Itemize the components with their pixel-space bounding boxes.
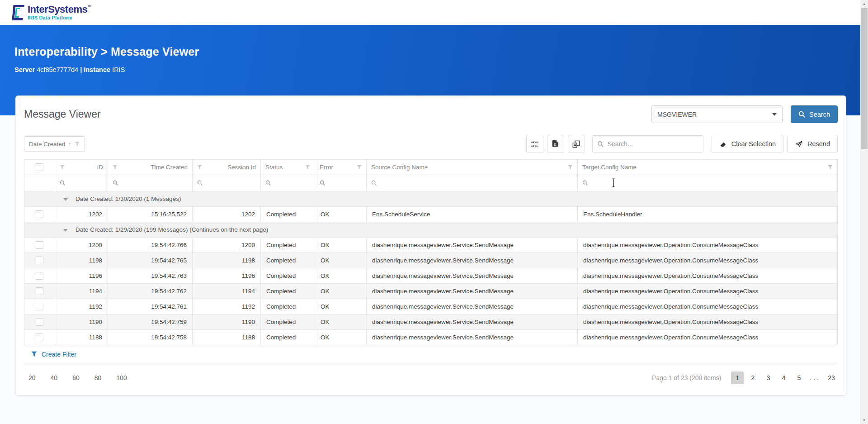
create-filter-link[interactable]: Create Filter: [24, 345, 838, 363]
row-checkbox[interactable]: [36, 257, 43, 264]
cell-source: diashenrique.messageviewer.Service.SendM…: [367, 268, 578, 284]
row-checkbox[interactable]: [36, 272, 43, 280]
message-row[interactable]: 119219:54:42.7611192CompletedOKdiashenri…: [24, 299, 838, 314]
message-row[interactable]: 120019:54:42.7661200CompletedOKdiashenri…: [24, 238, 838, 253]
cell-session: 1188: [193, 330, 261, 345]
cell-target: diashenrique.messageviewer.Operation.Con…: [578, 238, 838, 253]
message-viewer-card: Message Viewer MSGVIEWER Search Date Cre…: [15, 95, 846, 395]
message-row[interactable]: 119019:54:42.7591190CompletedOKdiashenri…: [24, 314, 838, 330]
message-row[interactable]: 118819:54:42.7581188CompletedOKdiashenri…: [24, 330, 838, 345]
scrollbar-thumb[interactable]: [861, 8, 868, 149]
grid-search[interactable]: [592, 135, 703, 152]
sort-chip-label: Date Created: [29, 141, 65, 148]
cell-session: 1200: [193, 238, 261, 253]
select-all-checkbox[interactable]: [36, 163, 43, 171]
scrollbar-up-icon[interactable]: ▲: [860, 0, 868, 8]
group-label: Date Created: 1/30/2020 (1 Messages): [75, 195, 181, 202]
row-checkbox[interactable]: [36, 287, 43, 295]
search-icon: [265, 180, 271, 186]
cell-time: 19:54:42.759: [108, 314, 193, 330]
instance-label: Instance: [84, 66, 110, 73]
page-size-80[interactable]: 80: [94, 374, 102, 381]
cell-id: 1192: [55, 299, 108, 314]
page-size-40[interactable]: 40: [51, 374, 58, 381]
clear-selection-button[interactable]: Clear Selection: [712, 135, 783, 153]
message-row[interactable]: 119819:54:42.7651198CompletedOKdiashenri…: [24, 253, 838, 268]
group-collapse-icon[interactable]: [63, 229, 68, 232]
column-header-source[interactable]: Source Config Name: [367, 160, 578, 175]
page-button-2[interactable]: 2: [746, 372, 759, 384]
cell-session: 1198: [193, 253, 261, 268]
group-row[interactable]: Date Created: 1/30/2020 (1 Messages): [24, 191, 838, 207]
resend-button[interactable]: Resend: [787, 135, 838, 153]
namespace-select[interactable]: MSGVIEWER: [651, 105, 783, 123]
row-checkbox[interactable]: [36, 333, 43, 341]
column-header-id[interactable]: ID: [55, 160, 108, 175]
cell-target: diashenrique.messageviewer.Operation.Con…: [578, 253, 838, 268]
vertical-scrollbar[interactable]: ▲ ▼: [860, 0, 868, 424]
page-button-4[interactable]: 4: [777, 372, 790, 384]
filter-funnel-icon[interactable]: [357, 165, 362, 170]
collapse-all-button[interactable]: [526, 135, 543, 153]
page-title: Message Viewer: [24, 108, 101, 120]
row-checkbox[interactable]: [36, 318, 43, 326]
search-button[interactable]: Search: [791, 105, 838, 123]
filter-funnel-icon: [75, 141, 80, 147]
page-size-60[interactable]: 60: [72, 374, 80, 381]
column-chooser-button[interactable]: [568, 135, 585, 153]
row-checkbox[interactable]: [36, 303, 43, 310]
group-row[interactable]: Date Created: 1/29/2020 (199 Messages) (…: [24, 222, 838, 238]
filter-funnel-icon[interactable]: [197, 165, 202, 170]
page-size-100[interactable]: 100: [116, 374, 127, 381]
cell-status: Completed: [261, 238, 315, 253]
message-row[interactable]: 119619:54:42.7631196CompletedOKdiashenri…: [24, 268, 838, 284]
filter-cell-error[interactable]: [315, 175, 367, 191]
filter-input-source[interactable]: [381, 180, 573, 186]
column-header-session[interactable]: Session Id: [193, 160, 261, 175]
search-icon: [113, 180, 118, 186]
page-button-1[interactable]: 1: [731, 372, 744, 384]
row-select-cell: [24, 253, 55, 268]
filter-cell-status[interactable]: [261, 175, 315, 191]
column-header-status[interactable]: Status: [261, 160, 315, 175]
cell-target: diashenrique.messageviewer.Operation.Con…: [578, 299, 838, 314]
page-size-selector: 20406080100: [28, 374, 127, 381]
scrollbar-down-icon[interactable]: ▼: [860, 416, 868, 424]
page-button-23[interactable]: 23: [825, 372, 838, 384]
sort-chip-date-created[interactable]: Date Created ↑: [24, 136, 85, 152]
column-header-error[interactable]: Error: [315, 160, 367, 175]
message-row[interactable]: 119419:54:42.7621194CompletedOKdiashenri…: [24, 284, 838, 299]
filter-cell-session[interactable]: [193, 175, 261, 191]
filter-funnel-icon[interactable]: [828, 165, 833, 170]
page-button-3[interactable]: 3: [762, 372, 774, 384]
column-header-time[interactable]: Time Created: [108, 160, 193, 175]
cell-source: diashenrique.messageviewer.Service.SendM…: [367, 253, 578, 268]
row-select-cell: [24, 299, 55, 314]
grid-search-input[interactable]: [608, 140, 698, 148]
filter-cell-id[interactable]: [55, 175, 108, 191]
page-size-20[interactable]: 20: [28, 374, 36, 381]
filter-cell-source[interactable]: [367, 175, 578, 191]
cell-time: 19:54:42.766: [108, 238, 193, 253]
row-checkbox[interactable]: [36, 210, 43, 218]
page-button-5[interactable]: 5: [793, 372, 805, 384]
filter-funnel-icon[interactable]: [60, 165, 65, 170]
messages-grid: IDTime CreatedSession IdStatusErrorSourc…: [16, 159, 846, 345]
column-header-target[interactable]: Target Config Name: [578, 160, 838, 175]
message-row[interactable]: 120215:16:25.5221202CompletedOKEns.Sched…: [24, 207, 838, 222]
row-checkbox[interactable]: [36, 241, 43, 249]
page-info: Page 1 of 23 (200 items): [652, 374, 721, 381]
chevron-down-icon: [772, 113, 777, 116]
filter-input-time[interactable]: [122, 180, 202, 186]
filter-funnel-icon[interactable]: [113, 165, 118, 170]
export-excel-button[interactable]: x: [547, 135, 564, 153]
grid-toolbar: Date Created ↑: [16, 126, 846, 159]
filter-input-session[interactable]: [207, 180, 286, 186]
group-collapse-icon[interactable]: [63, 198, 68, 201]
filter-funnel-icon[interactable]: [305, 165, 310, 170]
server-value: 4cf85e7777d4: [37, 66, 78, 73]
filter-input-target[interactable]: [592, 180, 833, 186]
column-label: ID: [97, 164, 104, 171]
filter-cell-target[interactable]: [578, 175, 838, 191]
filter-funnel-icon[interactable]: [568, 165, 573, 170]
